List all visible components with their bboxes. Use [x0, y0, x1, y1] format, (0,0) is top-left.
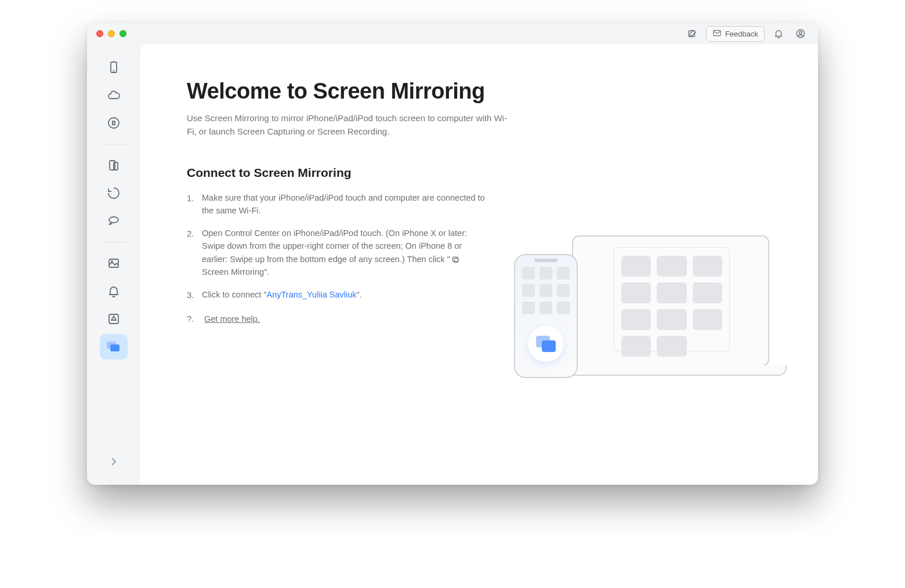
svg-point-3 — [799, 31, 802, 34]
main-content: Welcome to Screen Mirroring Use Screen M… — [140, 44, 818, 485]
screen-mirroring-icon — [107, 342, 121, 352]
svg-point-6 — [108, 118, 119, 128]
steps-list: Make sure that your iPhone/iPad/iPod tou… — [187, 191, 488, 301]
sidebar-item-transfer[interactable] — [100, 153, 128, 178]
close-window-button[interactable] — [96, 30, 103, 37]
page-subtitle: Use Screen Mirroring to mirror iPhone/iP… — [187, 112, 512, 138]
compose-button[interactable] — [684, 27, 700, 41]
sidebar-item-media[interactable] — [100, 110, 128, 136]
illus-laptop-base — [555, 365, 787, 376]
illus-laptop — [572, 235, 769, 366]
step-2-text-a: Open Control Center on iPhone/iPad/iPod … — [202, 228, 467, 264]
step-1-text: Make sure that your iPhone/iPad/iPod tou… — [202, 193, 485, 215]
get-more-help-link[interactable]: Get more help. — [204, 314, 260, 324]
sidebar-item-photos[interactable] — [100, 251, 128, 276]
screen-mirroring-inline-icon — [451, 256, 459, 264]
step-3-text-b: ". — [357, 290, 362, 299]
step-2-mirror-label: Screen Mirroring — [202, 267, 264, 277]
sidebar-item-cloud[interactable] — [100, 82, 128, 108]
sidebar-item-messages[interactable] — [100, 208, 128, 234]
sidebar — [87, 44, 140, 485]
mirroring-badge-icon — [536, 336, 556, 352]
step-2: Open Control Center on iPhone/iPad/iPod … — [187, 227, 488, 279]
mail-icon — [712, 28, 722, 39]
illustration — [512, 166, 772, 398]
sidebar-divider — [101, 144, 126, 144]
svg-rect-8 — [114, 162, 118, 170]
minimize-window-button[interactable] — [108, 30, 115, 37]
window-controls — [93, 30, 126, 37]
sidebar-item-backup[interactable] — [100, 180, 128, 206]
svg-point-5 — [114, 71, 114, 71]
account-button[interactable] — [792, 27, 809, 41]
step-3-text-a: Click to connect " — [202, 290, 267, 299]
feedback-label: Feedback — [725, 30, 758, 38]
sidebar-divider — [101, 242, 126, 242]
step-3: Click to connect "AnyTrans_Yuliia Savliu… — [187, 288, 488, 301]
help-row: ?. Get more help. — [187, 314, 488, 324]
titlebar: Feedback — [87, 23, 818, 44]
sidebar-collapse-button[interactable] — [100, 449, 128, 474]
illus-mirroring-badge — [528, 326, 564, 362]
notifications-button[interactable] — [770, 27, 787, 41]
section-title: Connect to Screen Mirroring — [187, 166, 488, 180]
step-1: Make sure that your iPhone/iPad/iPod tou… — [187, 191, 488, 217]
feedback-button[interactable]: Feedback — [706, 26, 765, 42]
zoom-window-button[interactable] — [120, 30, 126, 37]
svg-rect-12 — [453, 257, 458, 262]
app-window: Feedback — [87, 23, 818, 485]
illus-laptop-grid — [614, 247, 730, 351]
page-title: Welcome to Screen Mirroring — [187, 79, 772, 104]
step-3-device-name: AnyTrans_Yuliia Savliuk — [267, 290, 357, 299]
sidebar-item-ringtones[interactable] — [100, 278, 128, 304]
step-2-text-b: ". — [264, 267, 269, 277]
sidebar-item-screen-mirroring[interactable] — [100, 334, 128, 360]
sidebar-item-device[interactable] — [100, 55, 128, 80]
sidebar-item-apps[interactable] — [100, 306, 128, 332]
help-qmark: ?. — [187, 314, 198, 324]
